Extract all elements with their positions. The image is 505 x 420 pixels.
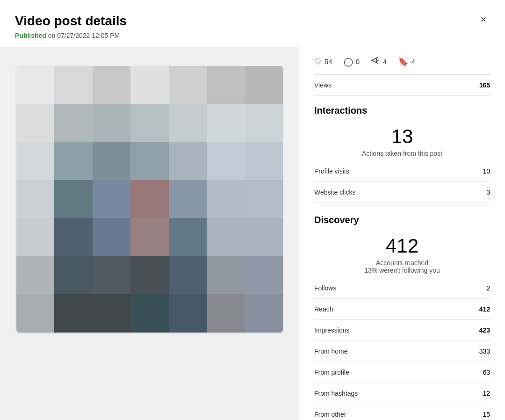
stat-value: 63 [483, 369, 490, 376]
pixel-cell [245, 142, 283, 180]
stat-value: 12 [483, 390, 490, 397]
discovery-stat-row: Follows2 [314, 278, 490, 299]
discovery-stat-row: Reach412 [314, 299, 490, 320]
pixel-cell [130, 218, 168, 256]
pixel-cell [130, 294, 168, 332]
engagement-row: ♡ 54 ◯ 0 4 🔖 4 [314, 47, 490, 75]
header: Video post details Published on 07/27/20… [0, 0, 505, 47]
shares-item: 4 [371, 57, 387, 66]
pixel-cell [169, 256, 207, 294]
stat-label: Impressions [314, 326, 349, 334]
stat-value: 412 [479, 305, 490, 313]
bookmarks-item: 🔖 4 [398, 57, 415, 67]
pixel-cell [130, 256, 168, 294]
stat-value: 10 [483, 167, 490, 175]
discovery-big-number-sublabel: 13% weren't following you [314, 267, 490, 274]
pixel-cell [169, 294, 207, 332]
pixel-cell [93, 180, 130, 218]
stat-label: Reach [314, 305, 333, 313]
views-label: Views [314, 81, 332, 89]
pixel-cell [93, 142, 130, 180]
bookmark-icon: 🔖 [398, 57, 408, 67]
pixel-cell [16, 104, 54, 142]
pixel-cell [54, 218, 92, 256]
interactions-big-number: 13 [314, 125, 490, 148]
pixel-cell [207, 294, 245, 332]
pixel-cell [169, 218, 207, 256]
pixel-cell [207, 180, 245, 218]
stat-value: 3 [486, 188, 490, 196]
pixel-cell [16, 66, 54, 104]
pixel-cell [16, 294, 54, 332]
shares-count: 4 [383, 58, 387, 65]
comment-icon: ◯ [344, 57, 353, 67]
pixel-cell [54, 142, 92, 180]
page-title: Video post details [15, 13, 490, 29]
comments-count: 0 [356, 58, 360, 65]
pixel-cell [93, 104, 130, 142]
pixel-cell [93, 66, 130, 104]
views-value: 165 [479, 81, 490, 89]
discovery-stat-row: From profile63 [314, 362, 490, 383]
pixel-cell [245, 104, 283, 142]
stat-label: Follows [314, 284, 336, 292]
discovery-big-number: 412 [314, 235, 490, 257]
pixel-cell [93, 218, 130, 256]
pixel-cell [54, 66, 92, 104]
right-panel: ♡ 54 ◯ 0 4 🔖 4 [299, 47, 505, 420]
discovery-stat-row: Impressions423 [314, 320, 490, 341]
pixel-cell [207, 256, 245, 294]
pixel-cell [16, 256, 54, 294]
pixel-cell [54, 256, 92, 294]
pixel-cell [130, 142, 168, 180]
pixel-cell [54, 104, 92, 142]
close-button[interactable]: × [475, 11, 492, 28]
pixel-cell [130, 104, 168, 142]
stat-value: 2 [486, 284, 490, 292]
pixel-cell [207, 66, 245, 104]
interactions-section-header: Interactions [314, 96, 490, 118]
discovery-stat-row: From other15 [314, 404, 490, 420]
published-line: Published on 07/27/2022 12:05 PM [15, 32, 490, 39]
published-date: on 07/27/2022 12:05 PM [48, 32, 120, 39]
pixel-cell [245, 256, 283, 294]
stat-label: From profile [314, 369, 349, 376]
pixel-cell [54, 294, 92, 332]
pixel-cell [245, 218, 283, 256]
pixel-cell [207, 142, 245, 180]
pixel-cell [16, 142, 54, 180]
stat-value: 15 [483, 411, 490, 418]
share-icon [371, 57, 380, 66]
likes-count: 54 [325, 58, 332, 65]
pixel-cell [169, 180, 207, 218]
pixel-grid [16, 66, 283, 333]
pixel-cell [169, 142, 207, 180]
discovery-stat-row: From hashtags12 [314, 383, 490, 404]
interactions-big-number-block: 13 Actions taken from this post [314, 118, 490, 161]
pixel-cell [93, 256, 130, 294]
pixel-cell [245, 66, 283, 104]
discovery-big-number-block: 412 Accounts reached 13% weren't followi… [314, 227, 490, 278]
pixel-cell [245, 294, 283, 332]
pixel-cell [130, 66, 168, 104]
views-row: Views 165 [314, 75, 490, 96]
pixel-cell [207, 218, 245, 256]
discovery-rows: Follows2Reach412Impressions423From home3… [314, 278, 490, 420]
left-panel [0, 47, 299, 420]
bookmarks-count: 4 [411, 58, 415, 65]
discovery-big-number-label: Accounts reached [314, 259, 490, 267]
stat-label: From home [314, 348, 348, 355]
likes-item: ♡ 54 [314, 57, 332, 67]
main-layout: ♡ 54 ◯ 0 4 🔖 4 [0, 47, 505, 420]
stat-value: 333 [479, 348, 490, 355]
pixel-cell [54, 180, 92, 218]
pixel-cell [93, 294, 130, 332]
stat-label: From other [314, 411, 346, 418]
interactions-big-number-label: Actions taken from this post [314, 150, 490, 157]
pixel-cell [245, 180, 283, 218]
published-label: Published [15, 32, 46, 39]
pixel-cell [16, 180, 54, 218]
interaction-stat-row: Website clicks3 [314, 182, 490, 203]
stat-label: Profile visits [314, 167, 349, 175]
stat-value: 423 [479, 326, 490, 334]
